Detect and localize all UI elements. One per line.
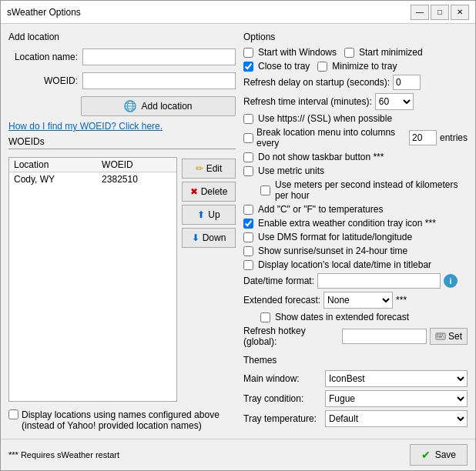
row-tray: Close to tray Minimize to tray — [243, 61, 468, 72]
right-panel: Options Start with Windows Start minimiz… — [243, 32, 468, 431]
start-minimized-checkbox[interactable] — [344, 48, 354, 58]
col-woeid: WOEID — [97, 158, 176, 172]
cf-row: Add "C" or "F" to temperatures — [243, 204, 468, 215]
add-location-button[interactable]: Add location — [81, 96, 236, 116]
woeid-input[interactable] — [82, 72, 236, 89]
save-button[interactable]: ✔ Save — [410, 444, 468, 466]
use-https-label[interactable]: Use https:// (SSL) when possible — [258, 113, 392, 124]
close-tray-checkbox[interactable] — [243, 62, 253, 72]
start-minimized-label[interactable]: Start minimized — [359, 47, 423, 58]
requires-label: *** Requires sWeather restart — [8, 450, 119, 459]
down-button[interactable]: ⬇ Down — [182, 228, 236, 248]
title-controls: — □ ✕ — [411, 5, 469, 20]
meters-label[interactable]: Use meters per second instead of kilomet… — [275, 179, 468, 201]
tray-condition-select[interactable]: Fugue Classic — [325, 390, 468, 407]
set-button[interactable]: Set — [430, 328, 468, 345]
options-heading: Options — [243, 32, 468, 42]
table-buttons: ✏ Edit ✖ Delete ⬆ Up ⬇ Down — [182, 157, 236, 402]
start-windows-label[interactable]: Start with Windows — [258, 47, 337, 58]
edit-button[interactable]: ✏ Edit — [182, 159, 236, 179]
location-name-label: Location name: — [8, 52, 78, 62]
close-button[interactable]: ✕ — [451, 5, 469, 20]
display-names-checkbox[interactable] — [8, 409, 18, 419]
metric-checkbox[interactable] — [243, 166, 253, 176]
up-button[interactable]: ⬆ Up — [182, 205, 236, 225]
sunrise-label[interactable]: Show sunrise/sunset in 24-hour time — [258, 246, 407, 256]
close-tray-label[interactable]: Close to tray — [258, 61, 310, 72]
hotkey-input[interactable] — [342, 329, 427, 344]
cf-checkbox[interactable] — [243, 205, 253, 215]
local-date-checkbox[interactable] — [243, 260, 253, 270]
minimize-button[interactable]: — — [411, 5, 429, 20]
keyboard-icon — [435, 331, 446, 342]
row-start: Start with Windows Start minimized — [243, 47, 468, 58]
table-row[interactable]: Cody, WY 2382510 — [9, 172, 176, 187]
set-label: Set — [448, 331, 462, 342]
extended-forecast-select[interactable]: None 3 days 5 days — [323, 292, 393, 309]
up-label: Up — [208, 209, 220, 220]
sunrise-checkbox[interactable] — [243, 246, 253, 256]
use-https-row: Use https:// (SSL) when possible — [243, 113, 468, 124]
show-dates-checkbox[interactable] — [260, 312, 270, 322]
extra-icon-checkbox[interactable] — [243, 219, 253, 229]
x-icon: ✖ — [190, 186, 198, 197]
no-taskbar-label[interactable]: Do not show taskbar button *** — [258, 152, 384, 162]
woeid-table: Location WOEID Cody, WY 2382510 — [9, 158, 176, 186]
break-location-label[interactable]: Break location menu into columns every — [256, 127, 406, 149]
pencil-icon: ✏ — [196, 163, 203, 174]
minimize-tray-checkbox[interactable] — [317, 62, 327, 72]
meters-checkbox[interactable] — [260, 185, 270, 195]
location-name-input[interactable] — [82, 48, 236, 65]
woeid-link[interactable]: How do I find my WOEID? Click here. — [8, 121, 236, 132]
metric-row: Use metric units — [243, 165, 468, 176]
row-woeid: 2382510 — [97, 172, 176, 187]
woeid-row: WOEID: — [8, 72, 236, 89]
refresh-interval-label: Refresh time interval (minutes): — [243, 96, 372, 107]
svg-rect-8 — [441, 335, 443, 336]
display-names-label[interactable]: Display locations using names configured… — [22, 409, 236, 431]
extra-icon-row: Enable extra weather condition tray icon… — [243, 218, 468, 229]
dms-checkbox[interactable] — [243, 232, 253, 242]
maximize-button[interactable]: □ — [431, 5, 449, 20]
date-format-input[interactable]: dddd, MMMM d, H:mm tt — [317, 273, 441, 289]
tray-temp-select[interactable]: Default Small — [325, 410, 468, 427]
main-window-select[interactable]: IconBest Classic — [325, 370, 468, 387]
no-taskbar-row: Do not show taskbar button *** — [243, 152, 468, 162]
extended-forecast-row: Extended forecast: None 3 days 5 days **… — [243, 292, 468, 309]
hotkey-label: Refresh hotkey (global): — [243, 326, 339, 347]
local-date-label[interactable]: Display location's local date/time in ti… — [258, 259, 431, 270]
window-title: sWeather Options — [7, 7, 81, 18]
minimize-tray-label[interactable]: Minimize to tray — [332, 61, 397, 72]
refresh-startup-input[interactable] — [393, 75, 421, 90]
checkmark-icon: ✔ — [421, 449, 431, 461]
refresh-interval-select[interactable]: 60 30 15 5 — [375, 93, 414, 110]
info-button[interactable]: i — [444, 274, 458, 288]
col-location: Location — [9, 158, 97, 172]
extra-icon-label[interactable]: Enable extra weather condition tray icon… — [258, 218, 436, 229]
close-tray-row: Close to tray — [243, 61, 310, 72]
woeid-section-heading: WOEIDs — [8, 136, 236, 149]
svg-rect-7 — [439, 335, 441, 336]
svg-rect-9 — [437, 336, 438, 338]
up-arrow-icon: ⬆ — [197, 209, 205, 220]
sunrise-row: Show sunrise/sunset in 24-hour time — [243, 246, 468, 256]
use-https-checkbox[interactable] — [243, 114, 253, 124]
dms-row: Use DMS format for latitude/longitude — [243, 232, 468, 242]
start-windows-checkbox[interactable] — [243, 48, 253, 58]
title-bar: sWeather Options — □ ✕ — [1, 1, 475, 24]
metric-label[interactable]: Use metric units — [258, 165, 324, 176]
main-window-row: Main window: IconBest Classic — [243, 370, 468, 387]
cf-label[interactable]: Add "C" or "F" to temperatures — [258, 204, 383, 215]
show-dates-label[interactable]: Show dates in extended forecast — [275, 312, 409, 322]
woeid-table-container[interactable]: Location WOEID Cody, WY 2382510 — [8, 157, 177, 402]
break-location-input[interactable] — [409, 130, 437, 145]
dms-label[interactable]: Use DMS format for latitude/longitude — [258, 232, 412, 242]
no-taskbar-checkbox[interactable] — [243, 152, 253, 162]
display-names-checkbox-row: Display locations using names configured… — [8, 409, 236, 431]
down-label: Down — [203, 232, 226, 243]
main-window: sWeather Options — □ ✕ Add location Loca… — [0, 0, 476, 471]
delete-button[interactable]: ✖ Delete — [182, 182, 236, 202]
meters-row: Use meters per second instead of kilomet… — [260, 179, 468, 201]
break-location-checkbox[interactable] — [243, 133, 253, 143]
show-dates-row: Show dates in extended forecast — [260, 312, 468, 322]
